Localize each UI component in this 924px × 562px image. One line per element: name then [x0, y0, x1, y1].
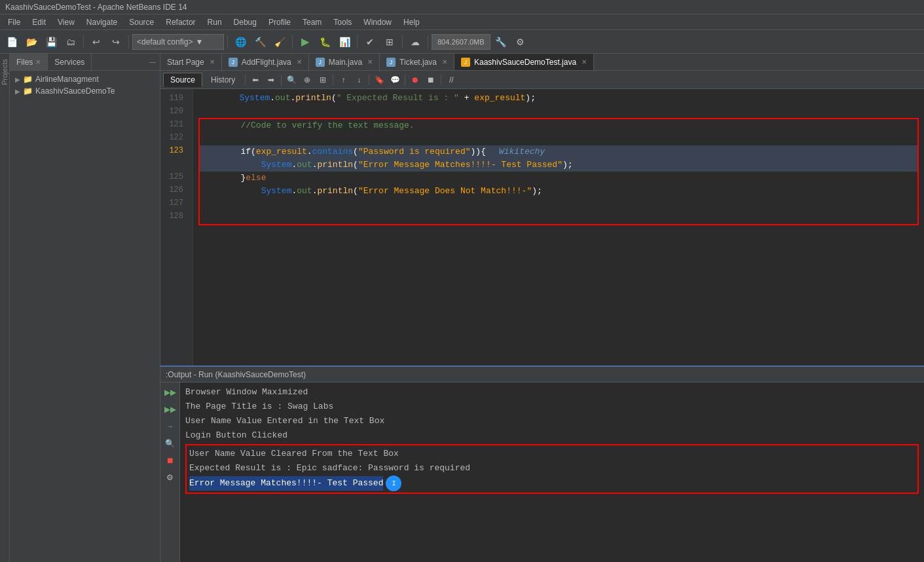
stop-btn[interactable]: ⏹: [424, 73, 438, 87]
config-dropdown[interactable]: <default config> ▼: [132, 34, 224, 50]
tab-start-page[interactable]: Start Page ✕: [160, 54, 222, 70]
tab-kaashiv[interactable]: J KaashivSauceDemoTest.java ✕: [454, 54, 594, 70]
output-line-expected: Expected Result is : Epic sadface: Passw…: [189, 461, 915, 476]
menu-view[interactable]: View: [52, 16, 80, 28]
line-128: 128: [160, 210, 187, 223]
output-content-area: ▶▶ ▶▶ → 🔍 ⏹ ⚙ Browser Window Maximized T…: [160, 383, 924, 562]
undo-btn[interactable]: ↩: [87, 33, 105, 51]
next-error-btn[interactable]: →: [163, 419, 177, 434]
menu-navigate[interactable]: Navigate: [81, 16, 122, 28]
menu-debug[interactable]: Debug: [229, 16, 262, 28]
menu-help[interactable]: Help: [398, 16, 425, 28]
redo-btn[interactable]: ↪: [107, 33, 125, 51]
line-127: 127: [160, 197, 187, 210]
tree-item-airline[interactable]: ▶ 📁 AirlineManagment: [12, 73, 157, 85]
tab-main-close[interactable]: ✕: [367, 58, 373, 66]
history-tab[interactable]: History: [204, 73, 242, 87]
forward-btn[interactable]: ➡: [264, 73, 278, 87]
main-toolbar: 📄 📂 💾 🗂 ↩ ↪ <default config> ▼ 🌐 🔨 🧹 ▶ 🐛…: [0, 30, 924, 54]
output-line-title: The Page Title is : Swag Labs: [185, 400, 919, 414]
test-btn[interactable]: ✔: [361, 33, 379, 51]
projects-label[interactable]: Projects: [0, 56, 10, 88]
history-tab-label: History: [211, 75, 235, 84]
new-project-btn[interactable]: 📄: [3, 33, 21, 51]
test2-btn[interactable]: ⊞: [380, 33, 399, 51]
menu-window[interactable]: Window: [358, 16, 397, 28]
search-btn[interactable]: 🔍: [284, 73, 299, 87]
expand-btn[interactable]: ⊞: [316, 73, 330, 87]
tab-main[interactable]: J Main.java ✕: [309, 54, 380, 70]
menu-run[interactable]: Run: [202, 16, 227, 28]
clean-btn[interactable]: 🧹: [270, 33, 289, 51]
tab-ticket-close[interactable]: ✕: [442, 58, 447, 66]
code-line-123: if(exp_result.contains("Password is requ…: [200, 145, 917, 159]
sep4: [292, 35, 293, 48]
tab-addflight-close[interactable]: ✕: [297, 58, 302, 66]
menu-tools[interactable]: Tools: [328, 16, 357, 28]
nav-down-btn[interactable]: ↓: [352, 73, 366, 87]
globe-btn[interactable]: 🌐: [231, 33, 249, 51]
output-line-error-match: Error Message Matches!!!!- Test Passed I: [189, 476, 915, 491]
run-step-btn[interactable]: ▶▶: [163, 402, 177, 417]
bookmark-btn[interactable]: 🔖: [372, 73, 386, 87]
main-container: Projects Files ✕ Services — ▶ 📁 AirlineM…: [0, 54, 924, 562]
wikitechy-label: Wikitechy: [499, 145, 545, 159]
deploy-btn[interactable]: ☁: [406, 33, 424, 51]
tree-item2-label: KaashivSauceDemoTe: [35, 86, 115, 96]
files-tab-close[interactable]: ✕: [35, 58, 41, 66]
debug-btn[interactable]: 🐛: [316, 33, 334, 51]
menu-edit[interactable]: Edit: [27, 16, 51, 28]
output-title-text: Output - Run (KaashivSauceDemoTest): [168, 370, 306, 379]
back-btn[interactable]: ⬅: [248, 73, 263, 87]
build-btn[interactable]: 🔨: [251, 33, 269, 51]
gc-btn[interactable]: 🔧: [492, 33, 510, 51]
source-tab[interactable]: Source: [163, 73, 202, 87]
menu-file[interactable]: File: [3, 16, 26, 28]
output-selected-text: Error Message Matches!!!!- Test Passed: [189, 476, 383, 491]
toggle-btn[interactable]: ⊕: [300, 73, 314, 87]
line-125: 125: [160, 170, 187, 183]
tree-item-kaashiv[interactable]: ▶ 📁 KaashivSauceDemoTe: [12, 85, 157, 97]
nav-up-btn[interactable]: ↑: [336, 73, 350, 87]
output-text-area: Browser Window Maximized The Page Title …: [180, 383, 924, 562]
code-line-120: [198, 105, 919, 118]
menu-profile[interactable]: Profile: [263, 16, 296, 28]
run-again-btn[interactable]: ▶▶: [163, 385, 177, 400]
find-btn[interactable]: 🔍: [163, 436, 177, 451]
sep2: [128, 35, 129, 48]
tab-start-close[interactable]: ✕: [210, 58, 215, 66]
clear-btn[interactable]: ⚙: [163, 470, 177, 485]
output-line-username: User Name Value Entered in the Text Box: [185, 414, 919, 428]
services-tab[interactable]: Services: [48, 54, 92, 70]
code-line-122: [200, 132, 917, 145]
diff-btn[interactable]: //: [444, 73, 458, 87]
profile-btn[interactable]: 📊: [335, 33, 354, 51]
line-126: 126: [160, 183, 187, 197]
menu-team[interactable]: Team: [297, 16, 327, 28]
run-btn[interactable]: ▶: [296, 33, 314, 51]
files-tab[interactable]: Files ✕: [10, 54, 48, 70]
comment-btn[interactable]: 💬: [388, 73, 402, 87]
line-119: 119: [160, 92, 187, 105]
menu-refactor[interactable]: Refactor: [160, 16, 200, 28]
title-text: KaashivSauceDemoTest - Apache NetBeans I…: [5, 3, 187, 12]
memory-indicator[interactable]: 804.2607.0MB: [432, 34, 490, 50]
save-all-btn[interactable]: 🗂: [62, 33, 80, 51]
panel-minimize[interactable]: —: [145, 58, 160, 66]
tab-kaashiv-close[interactable]: ✕: [582, 58, 587, 66]
sec-sep5: [405, 75, 405, 85]
sep5: [357, 35, 358, 48]
save-btn[interactable]: 💾: [42, 33, 60, 51]
settings-btn[interactable]: ⚙: [511, 33, 530, 51]
stop2-btn[interactable]: ⏹: [163, 453, 177, 468]
folder-icon: 📁: [23, 75, 33, 84]
files-tab-label: Files: [16, 58, 33, 67]
config-value: <default config>: [137, 37, 193, 47]
record-btn[interactable]: ⏺: [408, 73, 422, 87]
tab-addflight[interactable]: J AddFlight.java ✕: [222, 54, 309, 70]
code-editor[interactable]: 119 120 121 122 123 125 126 127 128: [160, 89, 924, 365]
java-icon: J: [229, 58, 238, 67]
tab-ticket[interactable]: J Ticket.java ✕: [380, 54, 454, 70]
open-project-btn[interactable]: 📂: [22, 33, 41, 51]
menu-source[interactable]: Source: [124, 16, 159, 28]
